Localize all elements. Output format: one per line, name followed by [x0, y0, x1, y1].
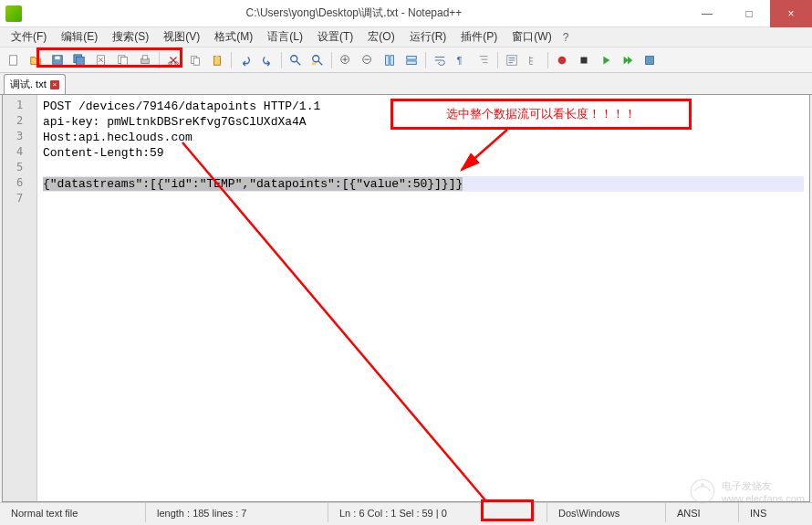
sync-v-icon[interactable] — [380, 50, 400, 70]
line-number: 4 — [3, 145, 36, 161]
code-line: Content-Length:59 — [43, 145, 804, 161]
minimize-button[interactable]: — — [686, 0, 728, 27]
toolbar-separator — [425, 52, 426, 68]
svg-rect-28 — [581, 57, 588, 63]
sync-h-icon[interactable] — [401, 50, 422, 70]
tab-close-icon[interactable]: × — [50, 80, 59, 89]
svg-rect-21 — [386, 55, 390, 65]
app-icon — [5, 5, 22, 22]
svg-point-27 — [558, 56, 567, 64]
status-bar: Normal text file length : 185 lines : 7 … — [0, 502, 812, 522]
open-file-icon[interactable] — [26, 50, 46, 70]
svg-rect-24 — [407, 60, 417, 64]
code-line: POST /devices/79146/datapoints HTTP/1.1 — [43, 99, 804, 114]
line-number: 6 — [3, 176, 36, 192]
line-number: 1 — [3, 99, 36, 114]
menu-language[interactable]: 语言(L) — [260, 27, 310, 47]
record-macro-icon[interactable] — [552, 50, 572, 70]
menu-file[interactable]: 文件(F) — [4, 27, 54, 47]
menu-search[interactable]: 搜索(S) — [105, 27, 156, 47]
close-file-icon[interactable] — [91, 50, 111, 70]
svg-rect-15 — [215, 55, 219, 58]
paste-icon[interactable] — [207, 50, 227, 70]
line-number: 7 — [3, 192, 36, 207]
toolbar: ¶ — [0, 47, 812, 73]
menu-window[interactable]: 窗口(W) — [505, 27, 558, 47]
svg-rect-29 — [646, 56, 654, 64]
stop-macro-icon[interactable] — [574, 50, 594, 70]
new-file-icon[interactable] — [4, 50, 24, 70]
menu-macro[interactable]: 宏(O) — [360, 27, 401, 47]
zoom-out-icon[interactable] — [358, 50, 378, 70]
show-all-chars-icon[interactable]: ¶ — [452, 50, 472, 70]
selected-text: {"datastreams":[{"id":"TEMP","datapoints… — [43, 177, 463, 191]
menu-run[interactable]: 运行(R) — [402, 27, 454, 47]
svg-rect-4 — [77, 57, 85, 65]
menu-bar: 文件(F) 编辑(E) 搜索(S) 视图(V) 格式(M) 语言(L) 设置(T… — [0, 27, 812, 47]
save-macro-icon[interactable] — [640, 50, 660, 70]
save-all-icon[interactable] — [69, 50, 89, 70]
toolbar-separator — [547, 52, 548, 68]
replace-icon[interactable] — [307, 50, 328, 70]
svg-rect-23 — [407, 56, 417, 59]
svg-rect-22 — [390, 55, 394, 65]
window-title: C:\Users\yong\Desktop\调试.txt - Notepad++ — [22, 5, 686, 21]
svg-rect-18 — [312, 62, 316, 65]
play-multi-icon[interactable] — [618, 50, 638, 70]
status-encoding: ANSI — [666, 503, 739, 522]
file-tab[interactable]: 调试. txt × — [4, 74, 66, 94]
cut-icon[interactable] — [163, 50, 183, 70]
copy-icon[interactable] — [185, 50, 205, 70]
tab-label: 调试. txt — [10, 78, 47, 91]
menu-view[interactable]: 视图(V) — [156, 27, 207, 47]
function-list-icon[interactable] — [502, 50, 522, 70]
code-line-selected: {"datastreams":[{"id":"TEMP","datapoints… — [43, 176, 804, 192]
svg-rect-7 — [120, 57, 127, 65]
code-line — [43, 192, 804, 207]
line-number-gutter: 1 2 3 4 5 6 7 — [3, 95, 37, 501]
code-line — [43, 161, 804, 176]
toolbar-separator — [497, 52, 498, 68]
folder-tree-icon[interactable] — [524, 50, 544, 70]
status-insert-mode: INS — [739, 503, 812, 522]
find-icon[interactable] — [286, 50, 306, 70]
redo-icon[interactable] — [257, 50, 277, 70]
line-number: 5 — [3, 161, 36, 176]
code-line: api-key: pmWLtnkDBSreKfvg7GsClUXdXa4A — [43, 114, 804, 130]
status-length-lines: length : 185 lines : 7 — [146, 503, 328, 522]
code-content[interactable]: POST /devices/79146/datapoints HTTP/1.1 … — [37, 95, 809, 501]
code-line: Host:api.heclouds.com — [43, 130, 804, 145]
undo-icon[interactable] — [235, 50, 255, 70]
menu-format[interactable]: 格式(M) — [207, 27, 260, 47]
close-button[interactable]: × — [770, 0, 812, 27]
toolbar-separator — [231, 52, 232, 68]
status-eol: Dos\Windows — [547, 503, 666, 522]
menu-edit[interactable]: 编辑(E) — [54, 27, 105, 47]
play-macro-icon[interactable] — [596, 50, 616, 70]
zoom-in-icon[interactable] — [336, 50, 356, 70]
save-icon[interactable] — [47, 50, 68, 70]
toolbar-separator — [159, 52, 160, 68]
menu-help[interactable]: ? — [563, 31, 569, 44]
svg-rect-9 — [142, 55, 147, 58]
window-buttons: — □ × — [686, 0, 812, 27]
status-cursor-position: Ln : 6 Col : 1 Sel : 59 | 0 — [328, 503, 547, 522]
line-number: 3 — [3, 130, 36, 145]
toolbar-separator — [281, 52, 282, 68]
toolbar-separator — [331, 52, 332, 68]
maximize-button[interactable]: □ — [728, 0, 770, 27]
svg-point-16 — [291, 55, 297, 61]
close-all-icon[interactable] — [113, 50, 133, 70]
svg-point-17 — [313, 55, 319, 61]
wordwrap-icon[interactable] — [430, 50, 450, 70]
menu-plugins[interactable]: 插件(P) — [453, 27, 505, 47]
svg-rect-2 — [55, 56, 59, 59]
editor-area[interactable]: 1 2 3 4 5 6 7 POST /devices/79146/datapo… — [2, 95, 810, 502]
print-icon[interactable] — [135, 50, 155, 70]
svg-rect-13 — [193, 58, 199, 65]
line-number: 2 — [3, 114, 36, 130]
title-bar: C:\Users\yong\Desktop\调试.txt - Notepad++… — [0, 0, 812, 27]
menu-settings[interactable]: 设置(T) — [310, 27, 360, 47]
indent-guide-icon[interactable] — [474, 50, 494, 70]
tab-bar: 调试. txt × — [0, 73, 812, 95]
